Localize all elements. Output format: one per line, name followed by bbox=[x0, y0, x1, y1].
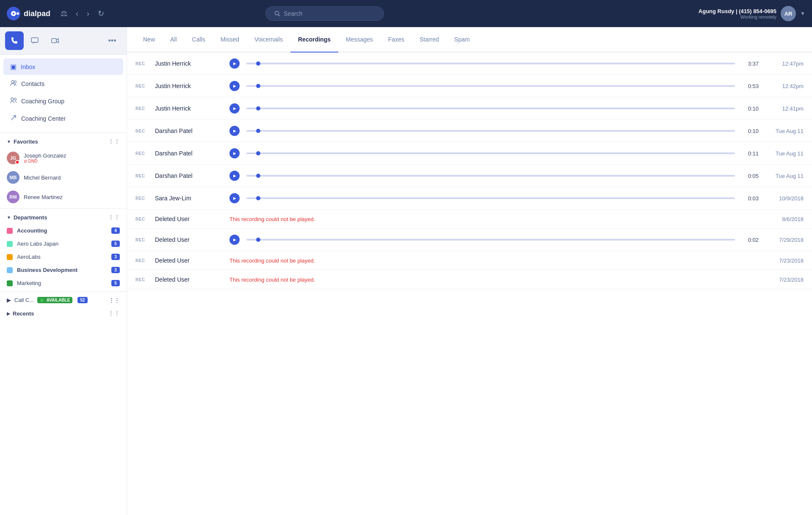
rec-label: REC bbox=[135, 174, 148, 178]
rec-time: Tue Aug 11 bbox=[765, 173, 804, 179]
forward-icon[interactable]: › bbox=[85, 8, 91, 20]
phone-button[interactable] bbox=[5, 31, 24, 50]
dept-item-business-development[interactable]: Business Development 3 bbox=[0, 263, 127, 277]
dept-name: Aero Labs Japan bbox=[17, 241, 107, 247]
favorites-drag-handle: ⋮⋮ bbox=[108, 138, 120, 145]
tab-all[interactable]: All bbox=[163, 27, 185, 53]
svg-point-3 bbox=[17, 12, 19, 15]
callc-count-badge: 52 bbox=[77, 297, 87, 303]
audio-bar[interactable] bbox=[246, 63, 735, 64]
favorite-item-joseph[interactable]: JG Joseph Gonzalez ⊘ DND bbox=[0, 148, 127, 168]
sidebar-item-label-coaching-group: Coaching Group bbox=[21, 98, 64, 105]
rec-time: 12:42pm bbox=[765, 83, 804, 89]
table-row: REC Sara Jew-Lim ▶ 0:03 10/9/2018 bbox=[127, 187, 812, 210]
user-info: Agung Rusdy | (415) 854-0695 Working rem… bbox=[699, 8, 776, 19]
audio-bar[interactable] bbox=[246, 239, 735, 241]
favorite-item-renee[interactable]: RM Renee Martinez bbox=[0, 187, 127, 207]
recents-header[interactable]: ▶ Recents ⋮⋮ bbox=[0, 307, 127, 320]
sidebar-item-coaching-group[interactable]: Coaching Group bbox=[3, 93, 123, 110]
tab-faxes[interactable]: Faxes bbox=[381, 27, 412, 53]
audio-bar[interactable] bbox=[246, 130, 735, 132]
favorite-avatar-michel: MB bbox=[7, 171, 19, 184]
audio-bar[interactable] bbox=[246, 197, 735, 199]
more-icon: ••• bbox=[108, 36, 116, 45]
rec-duration: 0:10 bbox=[742, 105, 759, 112]
back-icon[interactable]: ‹ bbox=[74, 8, 80, 20]
avatar-dropdown-icon[interactable]: ▼ bbox=[800, 11, 805, 17]
audio-bar[interactable] bbox=[246, 85, 735, 87]
audio-dot bbox=[256, 238, 260, 242]
play-button[interactable]: ▶ bbox=[229, 126, 240, 136]
search-box[interactable]: Search bbox=[265, 6, 384, 21]
favorite-item-michel[interactable]: MB Michel Bernard bbox=[0, 168, 127, 187]
avatar[interactable]: AR bbox=[781, 6, 796, 21]
sidebar-item-coaching-center[interactable]: Coaching Center bbox=[3, 110, 123, 127]
play-button[interactable]: ▶ bbox=[229, 193, 240, 203]
audio-bar[interactable] bbox=[246, 175, 735, 177]
sidebar-item-label-inbox: Inbox bbox=[21, 64, 35, 70]
tab-missed[interactable]: Missed bbox=[213, 27, 247, 53]
table-row: REC Darshan Patel ▶ 0:05 Tue Aug 11 bbox=[127, 165, 812, 187]
rec-name: Darshan Patel bbox=[155, 172, 223, 179]
play-button[interactable]: ▶ bbox=[229, 148, 240, 158]
dept-dot bbox=[7, 228, 13, 234]
favorites-header[interactable]: ▼ Favorites ⋮⋮ bbox=[0, 135, 127, 148]
dept-badge: 4 bbox=[111, 227, 120, 234]
dept-name: Accounting bbox=[17, 227, 107, 234]
headset-icon[interactable]: ⚖ bbox=[59, 7, 69, 20]
refresh-icon[interactable]: ↻ bbox=[96, 7, 106, 20]
play-button[interactable]: ▶ bbox=[229, 58, 240, 69]
more-button[interactable]: ••• bbox=[103, 31, 122, 50]
audio-bar[interactable] bbox=[246, 108, 735, 109]
phone-icon bbox=[11, 37, 18, 44]
rec-name: Justin Herrick bbox=[155, 60, 223, 67]
rec-label: REC bbox=[135, 151, 148, 156]
audio-bar[interactable] bbox=[246, 152, 735, 154]
chat-button[interactable] bbox=[25, 31, 44, 50]
sidebar-item-inbox[interactable]: ▣ Inbox bbox=[3, 58, 123, 75]
video-button[interactable] bbox=[46, 31, 64, 50]
rec-duration: 0:10 bbox=[742, 128, 759, 134]
play-button[interactable]: ▶ bbox=[229, 81, 240, 91]
callc-chevron: ▶ bbox=[7, 297, 11, 303]
callc-item[interactable]: ▶ Call C... AVAILABLE 52 ⋮⋮ bbox=[0, 293, 127, 307]
header-right: Agung Rusdy | (415) 854-0695 Working rem… bbox=[699, 6, 805, 21]
play-button[interactable]: ▶ bbox=[229, 235, 240, 245]
sidebar-item-contacts[interactable]: Contacts bbox=[3, 75, 123, 92]
tab-voicemails[interactable]: Voicemails bbox=[247, 27, 290, 53]
tab-new[interactable]: New bbox=[135, 27, 163, 53]
tab-starred[interactable]: Starred bbox=[412, 27, 447, 53]
favorite-name-joseph: Joseph Gonzalez bbox=[24, 152, 66, 159]
inbox-icon: ▣ bbox=[10, 63, 17, 71]
favorite-name-renee: Renee Martinez bbox=[24, 194, 63, 200]
search-placeholder: Search bbox=[284, 10, 302, 17]
tab-spam[interactable]: Spam bbox=[447, 27, 478, 53]
rec-label: REC bbox=[135, 106, 148, 111]
favorite-name-michel: Michel Bernard bbox=[24, 174, 61, 181]
play-button[interactable]: ▶ bbox=[229, 103, 240, 114]
dept-item-marketing[interactable]: Marketing 5 bbox=[0, 277, 127, 290]
rec-time: 12:41pm bbox=[765, 105, 804, 112]
tab-recordings[interactable]: Recordings bbox=[290, 27, 338, 53]
rec-label: REC bbox=[135, 84, 148, 89]
tab-messages[interactable]: Messages bbox=[338, 27, 381, 53]
dept-item-aero-labs-japan[interactable]: Aero Labs Japan 5 bbox=[0, 237, 127, 250]
departments-header[interactable]: ▼ Departments ⋮⋮ bbox=[0, 210, 127, 224]
rec-label: REC bbox=[135, 129, 148, 133]
tab-calls[interactable]: Calls bbox=[185, 27, 213, 53]
user-name: Agung Rusdy | (415) 854-0695 bbox=[699, 8, 776, 14]
search-icon bbox=[274, 11, 280, 17]
play-button[interactable]: ▶ bbox=[229, 171, 240, 181]
dept-name: AeroLabs bbox=[17, 254, 107, 260]
recordings-list: REC Justin Herrick ▶ 3:37 12:47pm REC Ju… bbox=[127, 53, 812, 515]
rec-name: Justin Herrick bbox=[155, 105, 223, 112]
dept-dot bbox=[7, 280, 13, 286]
table-row: REC Darshan Patel ▶ 0:10 Tue Aug 11 bbox=[127, 120, 812, 142]
dept-dot bbox=[7, 241, 13, 247]
dept-badge: 5 bbox=[111, 280, 120, 286]
rec-name: Darshan Patel bbox=[155, 150, 223, 157]
dept-item-aerolabs[interactable]: AeroLabs 3 bbox=[0, 250, 127, 263]
favorite-avatar-renee: RM bbox=[7, 191, 19, 203]
rec-time: 7/23/2018 bbox=[765, 258, 804, 264]
dept-item-accounting[interactable]: Accounting 4 bbox=[0, 224, 127, 237]
